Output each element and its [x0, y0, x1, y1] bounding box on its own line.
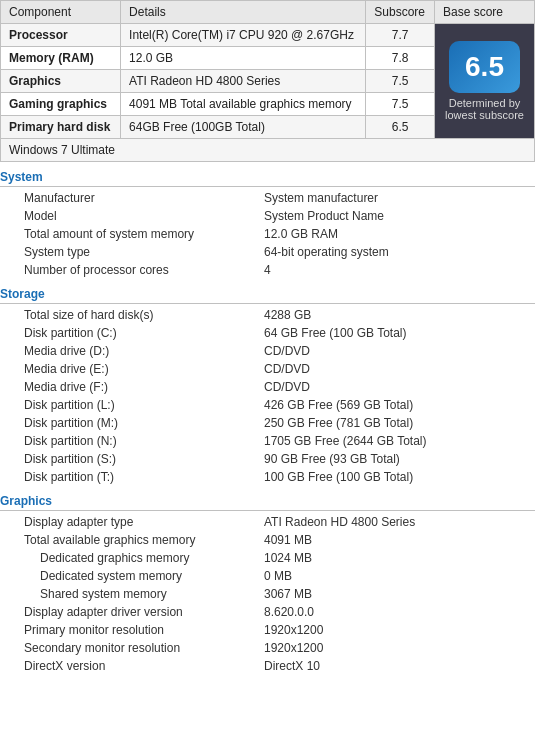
info-label: Disk partition (C:): [0, 324, 240, 342]
info-label: Number of processor cores: [0, 261, 240, 279]
info-value: 1920x1200: [240, 639, 535, 657]
info-value: 12.0 GB RAM: [240, 225, 535, 243]
info-value: 0 MB: [240, 567, 535, 585]
component-cell: Processor: [1, 24, 121, 47]
info-value: CD/DVD: [240, 342, 535, 360]
info-label: Total amount of system memory: [0, 225, 240, 243]
col-subscore: Subscore: [366, 1, 435, 24]
subscore-cell: 7.5: [366, 93, 435, 116]
subscore-cell: 6.5: [366, 116, 435, 139]
info-value: 64 GB Free (100 GB Total): [240, 324, 535, 342]
info-value: 90 GB Free (93 GB Total): [240, 450, 535, 468]
col-details: Details: [121, 1, 366, 24]
section-graphics: Graphics: [0, 494, 535, 511]
details-cell: Intel(R) Core(TM) i7 CPU 920 @ 2.67GHz: [121, 24, 366, 47]
details-cell: ATI Radeon HD 4800 Series: [121, 70, 366, 93]
info-value: 250 GB Free (781 GB Total): [240, 414, 535, 432]
score-badge-label: Determined by lowest subscore: [443, 97, 526, 121]
info-value: System Product Name: [240, 207, 535, 225]
info-label: Dedicated system memory: [0, 567, 240, 585]
info-value: 1920x1200: [240, 621, 535, 639]
info-label: Primary monitor resolution: [0, 621, 240, 639]
info-label: Disk partition (T:): [0, 468, 240, 486]
info-label: Dedicated graphics memory: [0, 549, 240, 567]
info-label: Media drive (F:): [0, 378, 240, 396]
info-label: Manufacturer: [0, 189, 240, 207]
info-label: Secondary monitor resolution: [0, 639, 240, 657]
section-system: System: [0, 170, 535, 187]
info-value: 4091 MB: [240, 531, 535, 549]
info-label: DirectX version: [0, 657, 240, 675]
subscore-cell: 7.8: [366, 47, 435, 70]
system-info-table: ManufacturerSystem manufacturerModelSyst…: [0, 189, 535, 279]
subscore-cell: 7.5: [366, 70, 435, 93]
graphics-info-table: Display adapter typeATI Radeon HD 4800 S…: [0, 513, 535, 675]
details-cell: 12.0 GB: [121, 47, 366, 70]
score-badge-cell: 6.5Determined by lowest subscore: [435, 24, 535, 139]
info-value: System manufacturer: [240, 189, 535, 207]
score-badge: 6.5: [449, 41, 520, 93]
info-label: Disk partition (L:): [0, 396, 240, 414]
storage-info-table: Total size of hard disk(s)4288 GBDisk pa…: [0, 306, 535, 486]
info-value: 4: [240, 261, 535, 279]
info-label: Media drive (E:): [0, 360, 240, 378]
info-value: 1705 GB Free (2644 GB Total): [240, 432, 535, 450]
component-cell: Gaming graphics: [1, 93, 121, 116]
info-value: DirectX 10: [240, 657, 535, 675]
section-storage: Storage: [0, 287, 535, 304]
details-cell: 64GB Free (100GB Total): [121, 116, 366, 139]
info-label: Total size of hard disk(s): [0, 306, 240, 324]
info-value: 4288 GB: [240, 306, 535, 324]
info-value: CD/DVD: [240, 360, 535, 378]
col-component: Component: [1, 1, 121, 24]
info-label: Media drive (D:): [0, 342, 240, 360]
info-label: Disk partition (S:): [0, 450, 240, 468]
info-value: 1024 MB: [240, 549, 535, 567]
info-label: Shared system memory: [0, 585, 240, 603]
info-label: Display adapter type: [0, 513, 240, 531]
col-basescore: Base score: [435, 1, 535, 24]
info-value: ATI Radeon HD 4800 Series: [240, 513, 535, 531]
info-label: System type: [0, 243, 240, 261]
info-label: Display adapter driver version: [0, 603, 240, 621]
info-value: CD/DVD: [240, 378, 535, 396]
info-value: 8.620.0.0: [240, 603, 535, 621]
component-cell: Primary hard disk: [1, 116, 121, 139]
info-label: Disk partition (N:): [0, 432, 240, 450]
info-value: 426 GB Free (569 GB Total): [240, 396, 535, 414]
score-table: Component Details Subscore Base score Pr…: [0, 0, 535, 139]
info-value: 3067 MB: [240, 585, 535, 603]
info-label: Model: [0, 207, 240, 225]
component-cell: Graphics: [1, 70, 121, 93]
component-cell: Memory (RAM): [1, 47, 121, 70]
details-cell: 4091 MB Total available graphics memory: [121, 93, 366, 116]
windows-label: Windows 7 Ultimate: [0, 139, 535, 162]
info-value: 64-bit operating system: [240, 243, 535, 261]
subscore-cell: 7.7: [366, 24, 435, 47]
info-label: Disk partition (M:): [0, 414, 240, 432]
info-value: 100 GB Free (100 GB Total): [240, 468, 535, 486]
info-label: Total available graphics memory: [0, 531, 240, 549]
